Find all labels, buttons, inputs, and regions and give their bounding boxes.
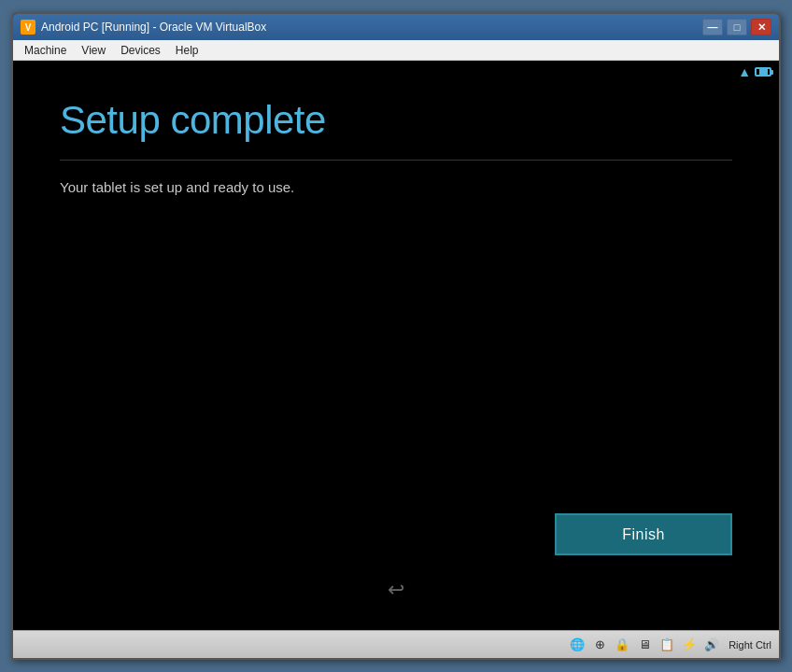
taskbar: 🌐 ⊕ 🔒 🖥 📋 ⚡ 🔊 Right Ctrl xyxy=(13,630,779,658)
menu-machine[interactable]: Machine xyxy=(17,42,74,59)
minimize-button[interactable]: — xyxy=(702,19,723,35)
taskbar-icon-globe[interactable]: 🌐 xyxy=(568,636,587,654)
window-title: Android PC [Running] - Oracle VM Virtual… xyxy=(41,21,702,34)
menu-help[interactable]: Help xyxy=(168,42,206,59)
taskbar-icon-screen[interactable]: 🖥 xyxy=(635,636,654,654)
virtualbox-window: V Android PC [Running] - Oracle VM Virtu… xyxy=(11,12,781,660)
window-controls: — □ ✕ xyxy=(702,19,771,35)
title-bar: V Android PC [Running] - Oracle VM Virtu… xyxy=(13,14,779,40)
taskbar-icon-clipboard[interactable]: 📋 xyxy=(658,636,676,654)
taskbar-right-ctrl: Right Ctrl xyxy=(728,639,771,651)
finish-button[interactable]: Finish xyxy=(555,513,732,555)
app-icon: V xyxy=(21,20,35,35)
vm-content: Setup complete Your tablet is set up and… xyxy=(13,61,779,630)
menu-bar: Machine View Devices Help xyxy=(13,40,779,61)
setup-title: Setup complete xyxy=(60,98,732,143)
menu-view[interactable]: View xyxy=(74,42,113,59)
menu-devices[interactable]: Devices xyxy=(113,42,168,59)
close-button[interactable]: ✕ xyxy=(751,19,771,35)
taskbar-icon-lock[interactable]: 🔒 xyxy=(613,636,631,654)
back-nav-button[interactable]: ↩ xyxy=(388,578,404,602)
setup-divider xyxy=(60,160,732,161)
setup-subtitle: Your tablet is set up and ready to use. xyxy=(60,179,732,195)
taskbar-icon-usb[interactable]: ⚡ xyxy=(680,636,699,654)
vm-screen: ▲ Setup complete Your tablet is set up a… xyxy=(13,61,779,630)
taskbar-icon-network[interactable]: ⊕ xyxy=(590,636,609,654)
maximize-button[interactable]: □ xyxy=(727,19,747,35)
taskbar-icon-sound[interactable]: 🔊 xyxy=(702,636,721,654)
button-area: Finish xyxy=(555,513,732,555)
